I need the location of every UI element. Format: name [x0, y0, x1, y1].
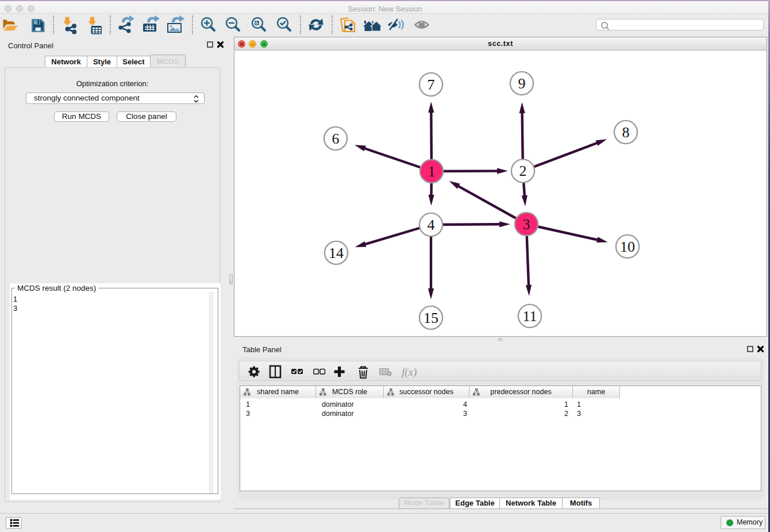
svg-text:4: 4	[428, 217, 435, 233]
svg-text:2: 2	[519, 163, 527, 179]
svg-text:14: 14	[329, 245, 344, 261]
svg-text:11: 11	[522, 308, 537, 325]
svg-text:8: 8	[622, 124, 630, 141]
svg-text:15: 15	[424, 310, 438, 326]
svg-text:9: 9	[518, 75, 526, 92]
svg-text:f(x): f(x)	[402, 366, 417, 379]
svg-text:6: 6	[332, 130, 340, 147]
svg-text:1: 1	[428, 163, 436, 180]
svg-text:7: 7	[428, 76, 435, 93]
svg-text:3: 3	[523, 216, 530, 233]
svg-text:10: 10	[620, 238, 635, 255]
